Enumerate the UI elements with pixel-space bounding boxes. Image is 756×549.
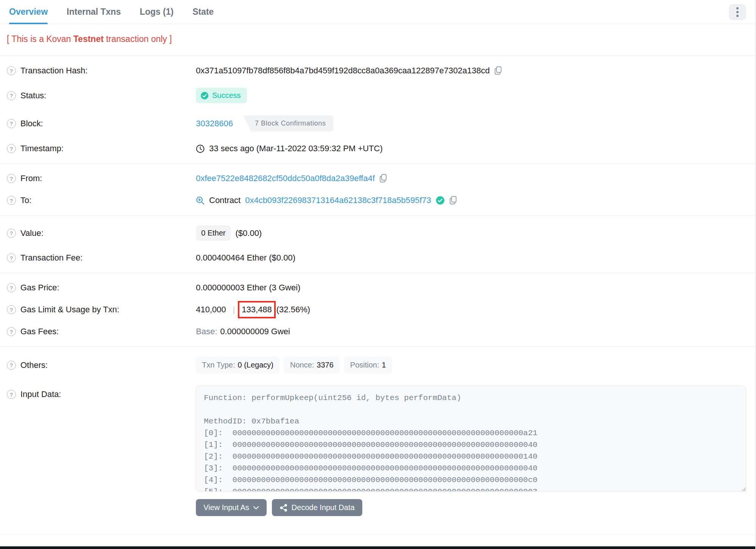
view-input-as-label: View Input As xyxy=(203,503,249,512)
gas-used-value-highlighted: 133,488 xyxy=(242,305,272,315)
from-label-cell: From: xyxy=(7,174,196,183)
transaction-fee-label-cell: Transaction Fee: xyxy=(7,253,196,263)
transaction-hash-label: Transaction Hash: xyxy=(20,66,88,76)
to-contract-prefix: Contract xyxy=(209,195,241,205)
testnet-notice-prefix: [ This is a Kovan xyxy=(7,34,73,44)
gas-used-percent: (32.56%) xyxy=(276,305,310,315)
group-others-input: Others: Txn Type: 0 (Legacy) Nonce: 3376… xyxy=(0,347,755,525)
gas-limit-label: Gas Limit & Usage by Txn: xyxy=(20,305,119,315)
copy-icon xyxy=(379,174,388,183)
row-to: To: Contract 0x4cb093f226983713164a62138… xyxy=(0,189,755,211)
row-timestamp: Timestamp: 33 secs ago (Mar-11-2022 03:5… xyxy=(0,138,755,160)
tab-logs[interactable]: Logs (1) xyxy=(140,0,173,24)
decode-input-data-label: Decode Input Data xyxy=(292,503,355,512)
copy-from-address-button[interactable] xyxy=(379,174,388,183)
gas-price-label: Gas Price: xyxy=(20,283,59,293)
copy-to-address-button[interactable] xyxy=(449,196,458,205)
to-label-cell: To: xyxy=(7,195,196,205)
transaction-fee-value: 0.000400464 Ether ($0.00) xyxy=(196,253,295,263)
value-usd: ($0.00) xyxy=(235,228,262,238)
row-status: Status: Success xyxy=(0,82,755,109)
zoom-in-icon xyxy=(196,196,205,205)
kebab-icon xyxy=(736,7,739,17)
group-value-fee: Value: 0 Ether ($0.00) Transaction Fee: … xyxy=(0,216,755,273)
row-value: Value: 0 Ether ($0.00) xyxy=(0,219,755,247)
value-label: Value: xyxy=(20,228,43,238)
nonce-badge-label: Nonce: xyxy=(290,361,314,369)
copy-transaction-hash-button[interactable] xyxy=(494,66,503,75)
tab-internal-txns-label: Internal Txns xyxy=(67,7,121,17)
others-label: Others: xyxy=(20,360,48,370)
row-from: From: 0xfee7522e8482682cf50ddc50a0f8da2a… xyxy=(0,167,755,189)
decode-icon xyxy=(279,504,288,512)
txn-type-badge: Txn Type: 0 (Legacy) xyxy=(196,357,279,374)
timestamp-value: 33 secs ago (Mar-11-2022 03:59:32 PM +UT… xyxy=(209,144,383,154)
group-transaction-info: Transaction Hash: 0x371a51097fb78df856f8… xyxy=(0,56,755,164)
input-data-label: Input Data: xyxy=(20,389,61,399)
input-data-actions: View Input As Decode Input Data xyxy=(0,493,755,521)
status-label: Status: xyxy=(20,91,46,101)
help-icon xyxy=(7,119,16,128)
gas-fees-label-cell: Gas Fees: xyxy=(7,327,196,337)
status-label-cell: Status: xyxy=(7,91,196,101)
position-badge: Position: 1 xyxy=(344,357,392,374)
transaction-hash-label-cell: Transaction Hash: xyxy=(7,66,196,76)
footer-divider xyxy=(0,525,755,535)
input-data-textarea[interactable]: Function: performUpkeep(uint256 id, byte… xyxy=(196,386,746,492)
value-label-cell: Value: xyxy=(7,228,196,238)
row-gas-price: Gas Price: 0.000000003 Ether (3 Gwei) xyxy=(0,277,755,299)
block-label-cell: Block: xyxy=(7,119,196,129)
others-label-cell: Others: xyxy=(7,360,196,370)
more-options-button[interactable] xyxy=(729,4,746,20)
gas-limit-label-cell: Gas Limit & Usage by Txn: xyxy=(7,305,196,315)
gas-limit-separator: | xyxy=(231,305,238,315)
status-badge-label: Success xyxy=(212,91,241,100)
row-transaction-hash: Transaction Hash: 0x371a51097fb78df856f8… xyxy=(0,60,755,82)
chevron-down-icon xyxy=(253,506,259,510)
input-data-label-cell: Input Data: xyxy=(7,386,196,399)
nonce-badge: Nonce: 3376 xyxy=(284,357,340,374)
help-icon xyxy=(7,253,16,262)
txn-type-badge-value: 0 (Legacy) xyxy=(238,361,273,369)
help-icon xyxy=(7,305,16,314)
position-badge-label: Position: xyxy=(350,361,379,369)
tab-bar: Overview Internal Txns Logs (1) State xyxy=(0,0,755,24)
testnet-notice: [ This is a Kovan Testnet transaction on… xyxy=(0,24,755,56)
timestamp-label: Timestamp: xyxy=(20,144,64,154)
block-number-link[interactable]: 30328606 xyxy=(196,119,233,129)
gas-price-label-cell: Gas Price: xyxy=(7,283,196,293)
tab-overview-label: Overview xyxy=(9,7,48,17)
help-icon xyxy=(7,361,16,370)
copy-icon xyxy=(494,66,503,75)
testnet-notice-bold: Testnet xyxy=(73,34,104,44)
verified-check-icon xyxy=(436,196,445,205)
tab-state[interactable]: State xyxy=(192,0,214,24)
gas-fees-label: Gas Fees: xyxy=(20,327,59,337)
help-icon xyxy=(7,174,16,183)
help-icon xyxy=(7,144,16,153)
help-icon xyxy=(7,196,16,205)
to-address-link[interactable]: 0x4cb093f226983713164a62138c3f718a5b595f… xyxy=(245,195,431,205)
tab-overview[interactable]: Overview xyxy=(9,0,48,24)
status-badge: Success xyxy=(196,88,247,103)
tab-internal-txns[interactable]: Internal Txns xyxy=(67,0,121,24)
gas-fees-base-label: Base: xyxy=(196,327,217,337)
zoom-in-contract-button[interactable] xyxy=(196,196,205,205)
row-input-data: Input Data: Function: performUpkeep(uint… xyxy=(0,380,755,493)
clock-icon xyxy=(196,144,205,153)
nonce-badge-value: 3376 xyxy=(317,361,334,369)
help-icon xyxy=(7,66,16,75)
decode-input-data-button[interactable]: Decode Input Data xyxy=(272,499,362,516)
transaction-fee-label: Transaction Fee: xyxy=(20,253,82,263)
check-circle-icon xyxy=(200,92,209,100)
block-label: Block: xyxy=(20,119,43,129)
row-gas-fees: Gas Fees: Base: 0.000000009 Gwei xyxy=(0,321,755,343)
gas-fees-base-value: 0.000000009 Gwei xyxy=(220,327,290,337)
tab-state-label: State xyxy=(192,7,214,17)
view-input-as-button[interactable]: View Input As xyxy=(196,499,267,516)
row-gas-limit-usage: Gas Limit & Usage by Txn: 410,000 | 133,… xyxy=(0,299,755,321)
help-icon xyxy=(7,390,16,399)
gas-limit-value: 410,000 xyxy=(196,305,226,315)
from-address-link[interactable]: 0xfee7522e8482682cf50ddc50a0f8da2a39effa… xyxy=(196,174,375,183)
transaction-hash-value: 0x371a51097fb78df856f8b4a7bd459f192d8cc8… xyxy=(196,66,490,76)
